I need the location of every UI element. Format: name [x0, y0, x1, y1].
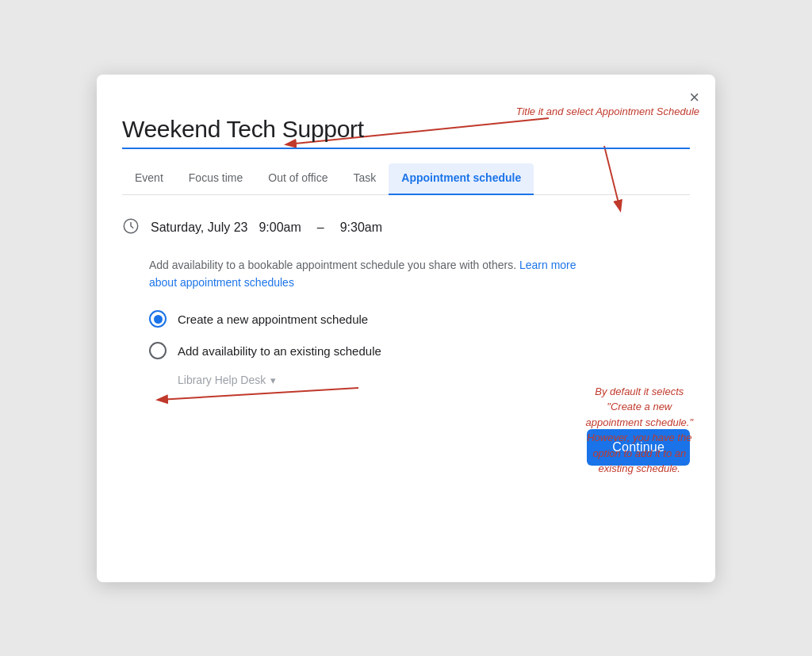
radio-group: Create a new appointment schedule Add av… [149, 310, 690, 391]
existing-schedule-dropdown[interactable]: Library Help Desk ▾ [178, 369, 690, 391]
datetime-sep: – [317, 221, 324, 235]
tab-task[interactable]: Task [341, 163, 389, 195]
tab-event[interactable]: Event [122, 163, 176, 195]
radio-option-new[interactable]: Create a new appointment schedule [149, 310, 690, 328]
datetime-date: Saturday, July 23 [151, 221, 247, 235]
radio-circle-new [149, 310, 167, 328]
continue-button[interactable]: Continue [587, 429, 690, 466]
modal: × Title it and select Appointment Schedu… [97, 75, 715, 582]
tab-appointment-schedule[interactable]: Appointment schedule [389, 163, 534, 195]
title-section [122, 113, 690, 149]
clock-icon [122, 217, 140, 239]
tabs-row: Event Focus time Out of office Task Appo… [122, 163, 690, 195]
title-input[interactable] [122, 113, 690, 149]
dropdown-arrow-icon: ▾ [270, 374, 276, 386]
radio-inner-new [154, 315, 163, 324]
radio-option-existing[interactable]: Add availability to an existing schedule [149, 342, 690, 359]
radio-label-new: Create a new appointment schedule [178, 313, 368, 326]
tab-focus-time[interactable]: Focus time [176, 163, 255, 195]
description-block: Add availability to a bookable appointme… [149, 256, 577, 292]
datetime-end: 9:30am [340, 221, 382, 235]
footer: Continue [122, 429, 690, 466]
close-button[interactable]: × [686, 86, 703, 109]
dropdown-label: Library Help Desk [178, 374, 266, 386]
description-text: Add availability to a bookable appointme… [149, 259, 516, 271]
radio-circle-existing [149, 342, 167, 359]
radio-label-existing: Add availability to an existing schedule [178, 344, 381, 358]
datetime-row: Saturday, July 23 9:00am – 9:30am [122, 217, 690, 239]
datetime-start: 9:00am [259, 221, 301, 235]
tab-out-of-office[interactable]: Out of office [255, 163, 340, 195]
